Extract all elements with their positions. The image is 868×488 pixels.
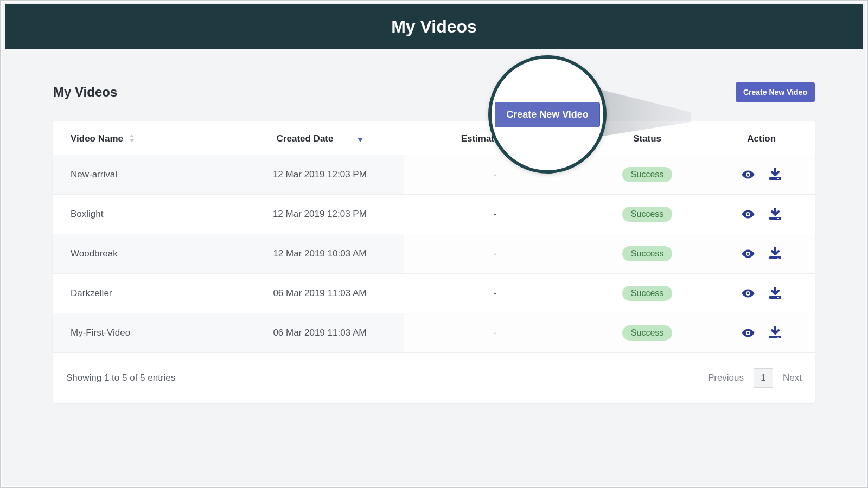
svg-rect-14 [769,296,781,299]
videos-card: Video Name Created Date Es [53,121,815,403]
cell-video-name: New-arrival [53,155,236,194]
cell-created-date: 06 Mar 2019 11:03 AM [236,273,404,313]
col-action-label: Action [747,133,776,144]
status-badge: Success [622,207,672,222]
table-row: Darkzeller06 Mar 2019 11:03 AM-Success [53,273,815,313]
pagination: Previous 1 Next [708,368,802,388]
svg-point-17 [746,331,749,333]
status-badge: Success [622,325,672,341]
view-icon[interactable] [741,208,756,221]
cell-action [708,155,815,194]
table-row: My-First-Video06 Mar 2019 11:03 AM-Succe… [53,313,815,352]
cell-status: Success [586,194,709,234]
svg-rect-11 [777,258,779,259]
cell-estimated-time: - [404,194,586,234]
table-row: Boxlight12 Mar 2019 12:03 PM-Success [53,194,815,234]
sort-both-icon [129,134,135,145]
cell-action [708,273,815,313]
svg-rect-18 [769,336,781,338]
page-number-current[interactable]: 1 [754,368,773,388]
cell-estimated-time: - [404,313,586,352]
svg-point-1 [746,173,749,175]
entries-info: Showing 1 to 5 of 5 entries [66,373,175,383]
sort-desc-icon [358,134,363,145]
download-icon[interactable] [768,208,783,221]
cell-video-name: Woodbreak [53,234,236,273]
cell-status: Success [586,273,709,313]
cell-created-date: 12 Mar 2019 12:03 PM [236,194,404,234]
table-row: Woodbreak12 Mar 2019 10:03 AM-Success [53,234,815,273]
col-created-date-label: Created Date [277,133,334,144]
page-header: My Videos [5,4,863,49]
cell-created-date: 06 Mar 2019 11:03 AM [236,313,404,352]
download-icon[interactable] [768,326,783,339]
cell-status: Success [586,234,709,273]
svg-rect-2 [769,177,781,180]
download-icon[interactable] [768,287,783,300]
videos-table: Video Name Created Date Es [53,121,815,353]
cell-action [708,234,815,273]
view-icon[interactable] [741,168,756,181]
status-badge: Success [622,286,672,301]
col-action: Action [708,121,815,155]
download-icon[interactable] [768,168,783,181]
cell-video-name: Boxlight [53,194,236,234]
section-title: My Videos [53,85,117,100]
previous-link[interactable]: Previous [708,373,744,383]
cell-estimated-time: - [404,273,586,313]
view-icon[interactable] [741,247,756,260]
cell-estimated-time: - [404,234,586,273]
cell-status: Success [586,313,709,352]
next-link[interactable]: Next [783,373,802,383]
view-icon[interactable] [741,326,756,339]
svg-rect-10 [769,256,781,259]
svg-point-9 [746,252,749,254]
status-badge: Success [622,167,672,182]
download-icon[interactable] [768,247,783,260]
svg-rect-6 [769,217,781,220]
cell-created-date: 12 Mar 2019 10:03 AM [236,234,404,273]
magnifier-callout: Create New Video [488,55,607,174]
view-icon[interactable] [741,287,756,300]
svg-point-13 [746,292,749,294]
col-video-name[interactable]: Video Name [53,121,236,155]
create-new-video-button-zoom[interactable]: Create New Video [495,102,600,127]
svg-point-5 [746,213,749,215]
cell-action [708,194,815,234]
col-video-name-label: Video Name [71,133,123,144]
cell-video-name: Darkzeller [53,273,236,313]
cell-action [708,313,815,352]
page-title: My Videos [391,17,477,37]
cell-video-name: My-First-Video [53,313,236,352]
svg-rect-15 [777,297,779,298]
svg-rect-7 [777,218,779,219]
svg-rect-19 [777,337,779,338]
magnifier-circle: Create New Video [488,55,607,174]
cell-created-date: 12 Mar 2019 12:03 PM [236,155,404,194]
col-created-date[interactable]: Created Date [236,121,404,155]
status-badge: Success [622,246,672,261]
create-new-video-button[interactable]: Create New Video [736,82,815,102]
table-row: New-arrival12 Mar 2019 12:03 PM-Success [53,155,815,194]
svg-rect-3 [777,178,779,179]
